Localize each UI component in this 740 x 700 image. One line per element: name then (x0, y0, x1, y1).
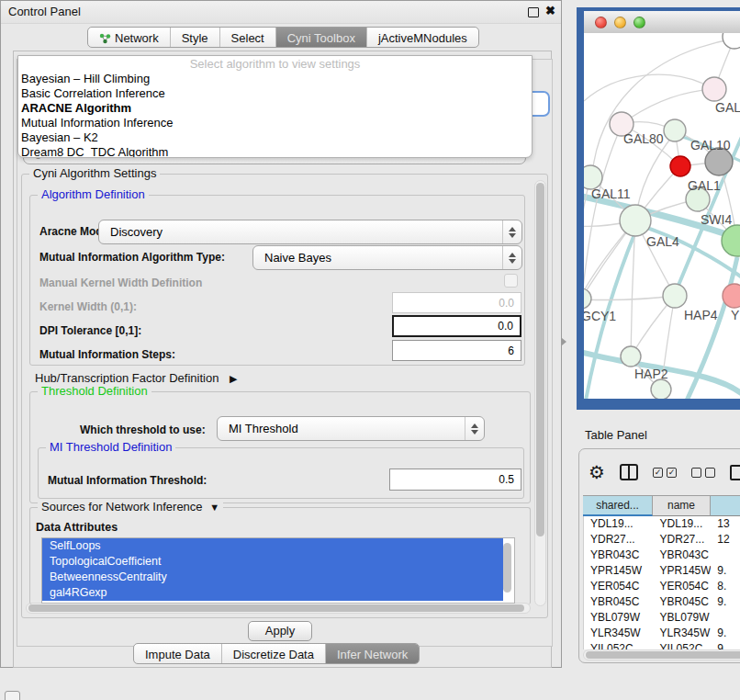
table-row[interactable]: YPR145WYPR145W9. (584, 563, 740, 579)
scrollbar-thumb[interactable] (536, 183, 544, 536)
network-node[interactable] (584, 288, 591, 309)
which-threshold-combobox[interactable]: MI Threshold (217, 416, 485, 441)
network-icon (99, 32, 111, 44)
table-cell: YBR045C (584, 594, 654, 610)
network-node[interactable] (620, 205, 651, 236)
algorithm-option[interactable]: Bayesian – K2 (18, 130, 532, 145)
node-table: shared...name YDL19...YDL19...13YDR27...… (583, 495, 740, 649)
data-attributes-list[interactable]: SelfLoopsTopologicalCoefficientBetweenne… (41, 537, 515, 604)
network-node[interactable] (664, 119, 686, 141)
column-header[interactable] (711, 495, 740, 516)
algorithm-option[interactable]: Dream8 DC_TDC Algorithm (18, 145, 532, 158)
split-columns-icon[interactable] (620, 464, 638, 480)
control-panel-title: Control Panel (8, 5, 81, 18)
network-edge[interactable] (584, 296, 675, 300)
table-horizontal-scrollbar[interactable] (583, 649, 740, 660)
data-attribute-item-selected[interactable]: TopologicalCoefficient (42, 554, 503, 570)
table-row[interactable]: YLR345WYLR345W9. (584, 626, 740, 641)
algorithm-dropdown-list: Select algorithm to view settings Bayesi… (17, 55, 533, 158)
docked-panel-icon[interactable] (5, 691, 20, 700)
table-row[interactable]: YBR043CYBR043C (584, 548, 740, 563)
splitpane-collapse-handle[interactable] (562, 338, 566, 345)
network-graph[interactable]: GALGAL80GAL10GAL1GAL11SWI4GAL4GCY1HAP4YH… (584, 33, 740, 399)
algorithm-option[interactable]: Mutual Information Inference (18, 116, 532, 130)
table-row[interactable]: YDL19...YDL19...13 (584, 516, 740, 532)
network-edge[interactable] (584, 74, 714, 101)
tab-infer-network[interactable]: Infer Network (325, 644, 419, 663)
table-cell: 9. (711, 563, 740, 579)
data-attribute-item-selected[interactable]: gal4RGexp (42, 585, 503, 601)
column-header[interactable]: shared... (583, 495, 653, 516)
network-node[interactable] (663, 284, 687, 308)
kernel-width-label: Kernel Width (0,1): (39, 300, 137, 313)
algorithm-option[interactable]: ARACNE Algorithm (18, 101, 532, 116)
table-cell: 9. (711, 594, 740, 610)
network-window-titlebar[interactable] (584, 11, 740, 34)
network-node[interactable] (702, 77, 726, 101)
sources-group-title[interactable]: Sources for Network Inference ▼ (38, 500, 223, 514)
tab-network[interactable]: Network (88, 28, 170, 47)
table-row[interactable]: YBL079WYBL079W (584, 610, 740, 626)
aracne-mode-combobox[interactable]: Discovery (98, 220, 522, 244)
table-row[interactable]: YIL052CYIL052C9 (584, 641, 740, 649)
network-node[interactable] (651, 379, 671, 399)
network-edge[interactable] (622, 89, 714, 124)
network-node[interactable] (723, 33, 740, 49)
column-header[interactable]: name (653, 495, 711, 516)
tab-style[interactable]: Style (170, 28, 219, 47)
tab-select[interactable]: Select (219, 28, 275, 47)
scrollbar-thumb[interactable] (28, 604, 524, 612)
manual-kernel-width-checkbox[interactable] (504, 274, 518, 288)
bottom-task-tabs: Impute DataDiscretize DataInfer Network (133, 643, 420, 664)
table-row[interactable]: YER054CYER054C8. (584, 579, 740, 594)
scrollbar-thumb[interactable] (503, 543, 511, 593)
table-row[interactable]: YBR045CYBR045C9. (584, 594, 740, 610)
combobox-arrows-icon (502, 220, 521, 243)
float-window-icon[interactable] (528, 7, 539, 17)
minimize-traffic-light-icon[interactable] (614, 17, 626, 28)
tab-impute-data[interactable]: Impute Data (134, 644, 221, 663)
table-cell: YER054C (584, 579, 654, 594)
network-node[interactable] (723, 284, 740, 308)
mi-threshold-label: Mutual Information Threshold: (48, 474, 207, 487)
algorithm-option[interactable]: Bayesian – Hill Climbing (18, 72, 532, 86)
network-node[interactable] (621, 346, 641, 367)
data-attribute-item-selected[interactable]: SelfLoops (42, 538, 503, 554)
scrollbar-thumb[interactable] (586, 651, 740, 659)
table-cell: YIL052C (584, 641, 654, 649)
gear-icon[interactable]: ⚙ (589, 462, 605, 482)
algorithm-option[interactable]: Basic Correlation Inference (18, 86, 532, 101)
tab-jactivemnodules[interactable]: jActiveMNodules (366, 28, 478, 47)
table-cell (711, 610, 740, 626)
data-attribute-item-selected[interactable]: BetweennessCentrality (42, 570, 503, 585)
dpi-tolerance-field[interactable]: 0.0 (392, 315, 521, 337)
tab-label: Infer Network (337, 648, 408, 661)
select-all-columns-icon[interactable]: ✓ ✓ (653, 468, 677, 478)
mi-algorithm-type-combobox[interactable]: Naive Bayes (252, 245, 522, 270)
apply-button[interactable]: Apply (248, 621, 312, 641)
table-row[interactable]: YDR27...YDR27...12 (584, 532, 740, 548)
table-cell: YDL19... (584, 516, 654, 532)
table-cell: YPR145W (654, 563, 712, 579)
attributes-list-scrollbar[interactable] (503, 541, 512, 600)
mi-steps-field[interactable]: 6 (392, 340, 521, 361)
kernel-width-field[interactable]: 0.0 (392, 292, 521, 313)
combobox-arrows-icon (502, 246, 521, 269)
table-cell: YBL079W (654, 610, 712, 626)
deselect-all-columns-icon[interactable] (691, 468, 715, 478)
network-canvas[interactable]: GALGAL80GAL10GAL1GAL11SWI4GAL4GCY1HAP4YH… (584, 33, 740, 399)
network-node[interactable] (722, 225, 740, 256)
tab-discretize-data[interactable]: Discretize Data (221, 644, 325, 663)
network-edge[interactable] (584, 126, 622, 296)
which-threshold-label: Which threshold to use: (80, 423, 206, 436)
table-rows: YDL19...YDL19...13YDR27...YDR27...12YBR0… (583, 516, 740, 649)
mi-threshold-field[interactable]: 0.5 (389, 469, 521, 491)
zoom-traffic-light-icon[interactable] (633, 17, 645, 28)
close-icon[interactable]: ✖ (545, 4, 555, 17)
export-table-icon[interactable] (730, 465, 740, 480)
hub-definition-expander[interactable]: Hub/Transcription Factor Definition ▶ (35, 371, 237, 385)
tab-cyni-toolbox[interactable]: Cyni Toolbox (275, 28, 366, 47)
close-traffic-light-icon[interactable] (595, 17, 607, 28)
network-node[interactable] (670, 156, 690, 176)
settings-vertical-scrollbar[interactable] (534, 180, 546, 606)
